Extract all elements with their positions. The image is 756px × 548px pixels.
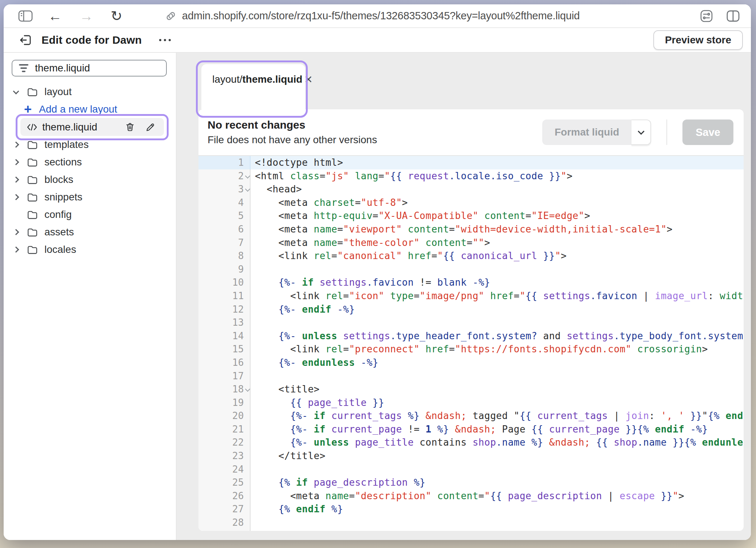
sidebar-item-sections[interactable]: sections [4,153,176,171]
code-line[interactable]: 14 {%- unless settings.type_header_font.… [198,329,744,343]
code-text[interactable]: <link rel="icon" type="image/png" href="… [251,289,744,303]
save-button[interactable]: Save [682,120,733,145]
chevron-right-icon[interactable] [13,229,19,235]
more-actions-icon[interactable] [155,35,174,45]
reload-icon[interactable]: ↻ [111,9,122,23]
code-text[interactable] [251,369,744,383]
format-liquid-button[interactable]: Format liquid [542,120,631,145]
code-text[interactable] [251,263,744,276]
code-text[interactable] [251,316,744,329]
code-line[interactable]: 12 {%- endif -%} [198,303,744,316]
code-line[interactable]: 27 {% endif %} [198,502,744,516]
code-text[interactable] [251,463,744,476]
delete-icon[interactable] [124,121,136,133]
code-editor[interactable]: 1<!doctype html>2<html class="js" lang="… [198,156,744,531]
code-line[interactable]: 6 <meta name="viewport" content="width=d… [198,223,744,236]
exit-icon[interactable] [19,34,32,47]
code-text[interactable]: <title> [251,383,744,396]
chevron-right-icon[interactable] [13,177,19,183]
code-text[interactable]: <meta http-equiv="X-UA-Compatible" conte… [251,209,744,223]
sidebar-item-templates[interactable]: templates [4,136,176,153]
code-text[interactable]: {%- unless settings.type_header_font.sys… [251,329,744,343]
code-line[interactable]: 20 {%- if current_tags %} &ndash; tagged… [198,409,744,423]
code-text[interactable]: {% endif %} [251,502,744,516]
code-line[interactable]: 1<!doctype html> [198,156,744,169]
code-text[interactable]: <meta name="theme-color" content=""> [251,236,744,250]
chevron-right-icon[interactable] [13,247,19,253]
add-new-layout-button[interactable]: +Add a new layout [4,101,176,118]
chevron-right-icon[interactable] [13,142,19,148]
fold-toggle-icon[interactable] [245,187,250,192]
code-line[interactable]: 23 </title> [198,449,744,463]
rename-icon[interactable] [144,121,157,133]
back-icon[interactable]: ← [48,9,62,23]
fold-toggle-icon[interactable] [245,387,250,392]
preview-store-button[interactable]: Preview store [653,30,743,50]
code-line[interactable]: 4 <meta charset="utf-8"> [198,196,744,210]
code-line[interactable]: 10 {%- if settings.favicon != blank -%} [198,276,744,289]
code-line[interactable]: 16 {%- endunless -%} [198,356,744,369]
code-text[interactable] [251,516,744,529]
chevron-right-icon[interactable] [13,159,19,165]
code-line[interactable]: 28 [198,516,744,529]
code-text[interactable]: <meta charset="utf-8"> [251,196,744,210]
code-line[interactable]: 11 <link rel="icon" type="image/png" hre… [198,289,744,303]
code-line[interactable]: 17 [198,369,744,383]
code-text[interactable]: {%- if current_page != 1 %} &ndash; Page… [251,423,744,436]
code-line[interactable]: 7 <meta name="theme-color" content=""> [198,236,744,250]
sidebar-item-locales[interactable]: locales [4,241,176,258]
code-text[interactable]: {%- endif -%} [251,303,744,316]
code-text[interactable]: <head> [251,183,744,196]
page-settings-icon[interactable] [699,9,714,23]
code-text[interactable]: </title> [251,449,744,463]
sidebar-item-layout[interactable]: layout [4,83,176,101]
code-line[interactable]: 8 <link rel="canonical" href="{{ canonic… [198,249,744,263]
url-text[interactable]: admin.shopify.com/store/rzq1xu-f5/themes… [182,10,580,22]
search-input[interactable] [35,62,160,74]
sidebar-item-theme-liquid[interactable]: theme.liquid [20,118,164,136]
fold-toggle-icon[interactable] [245,173,250,179]
code-text[interactable]: <link rel="preconnect" href="https://fon… [251,342,744,356]
sidebar-toggle-icon[interactable] [18,10,33,22]
code-line[interactable]: 15 <link rel="preconnect" href="https://… [198,342,744,356]
code-text[interactable]: <!doctype html> [251,156,744,169]
sidebar-item-assets[interactable]: assets [4,223,176,241]
format-options-dropdown[interactable] [631,120,651,145]
code-line[interactable]: 22 {%- unless page_title contains shop.n… [198,436,744,449]
forward-icon[interactable]: → [79,9,93,23]
tab-theme-liquid[interactable]: layout/theme.liquid × [201,64,305,109]
code-text[interactable]: {%- endunless -%} [251,356,744,369]
code-line[interactable]: 21 {%- if current_page != 1 %} &ndash; P… [198,423,744,436]
sidebar-item-blocks[interactable]: blocks [4,171,176,188]
sidebar-item-snippets[interactable]: snippets [4,188,176,206]
code-text[interactable]: {% if page_description %} [251,476,744,489]
code-text[interactable]: <html class="js" lang="{{ request.locale… [251,169,744,183]
code-line[interactable]: 26 <meta name="description" content="{{ … [198,489,744,503]
code-line[interactable]: 29 {% render 'meta-tags' %} [198,529,744,531]
file-search-box[interactable] [12,60,167,77]
url-bar[interactable]: admin.shopify.com/store/rzq1xu-f5/themes… [165,10,580,22]
code-text[interactable]: <meta name="description" content="{{ pag… [251,489,744,503]
sidebar-item-config[interactable]: config [4,206,176,223]
chevron-down-icon[interactable] [13,88,19,94]
code-text[interactable]: <link rel="canonical" href="{{ canonical… [251,249,744,263]
code-text[interactable]: {% render 'meta-tags' %} [251,529,744,531]
chevron-right-icon[interactable] [13,194,19,200]
code-line[interactable]: 2<html class="js" lang="{{ request.local… [198,169,744,183]
code-text[interactable]: {%- unless page_title contains shop.name… [251,436,744,449]
code-line[interactable]: 9 [198,263,744,276]
code-text[interactable]: <meta name="viewport" content="width=dev… [251,223,744,236]
code-line[interactable]: 19 {{ page_title }} [198,396,744,410]
code-line[interactable]: 25 {% if page_description %} [198,476,744,489]
split-view-icon[interactable] [726,10,740,22]
code-line[interactable]: 13 [198,316,744,329]
action-label: Add a new layout [39,103,117,115]
code-line[interactable]: 5 <meta http-equiv="X-UA-Compatible" con… [198,209,744,223]
code-text[interactable]: {{ page_title }} [251,396,744,410]
code-line[interactable]: 24 [198,463,744,476]
code-text[interactable]: {%- if settings.favicon != blank -%} [251,276,744,289]
code-line[interactable]: 18 <title> [198,383,744,396]
close-icon[interactable]: × [302,71,314,87]
code-line[interactable]: 3 <head> [198,183,744,196]
code-text[interactable]: {%- if current_tags %} &ndash; tagged "{… [251,409,744,423]
